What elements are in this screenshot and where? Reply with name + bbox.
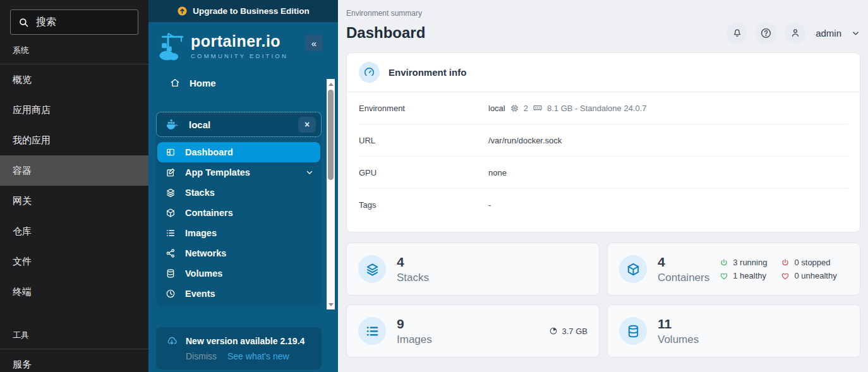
- stacks-card[interactable]: 4 Stacks: [346, 243, 600, 296]
- dismiss-link[interactable]: Dismiss: [186, 351, 217, 361]
- dashboard-icon: [166, 147, 176, 157]
- sidebar-item-repository[interactable]: 仓库: [0, 216, 148, 246]
- gpu-value: none: [488, 168, 507, 177]
- containers-card[interactable]: 4 Containers 3 running: [607, 243, 860, 296]
- menu-item-containers[interactable]: Containers: [157, 203, 320, 223]
- memory-icon: [533, 103, 543, 113]
- menu-item-label: Events: [185, 289, 215, 299]
- home-icon: [170, 78, 180, 88]
- menu-item-label: Images: [185, 228, 217, 238]
- chevron-down-icon[interactable]: [305, 168, 314, 177]
- menu-item-events[interactable]: Events: [157, 284, 320, 304]
- environment-info-panel: Environment info Environment local 2: [346, 52, 860, 232]
- user-name[interactable]: admin: [816, 28, 841, 39]
- menu-item-label: App Templates: [185, 167, 250, 177]
- menu-item-volumes[interactable]: Volumes: [157, 263, 320, 284]
- containers-label: Containers: [658, 271, 709, 285]
- network-icon: [166, 248, 176, 258]
- menu-item-stacks[interactable]: Stacks: [157, 183, 320, 203]
- logo-subtitle: COMMUNITY EDITION: [191, 52, 288, 59]
- cube-icon: [166, 208, 176, 218]
- sidebar-item-app-store[interactable]: 应用商店: [0, 95, 148, 125]
- sidebar-item-terminal[interactable]: 终端: [0, 277, 148, 307]
- search-icon: [18, 17, 29, 28]
- environment-selector[interactable]: local ×: [156, 112, 322, 137]
- page-title: Dashboard: [346, 24, 425, 42]
- heart-icon: [781, 272, 790, 280]
- volumes-label: Volumes: [658, 333, 699, 347]
- scroll-up-arrow[interactable]: [327, 80, 335, 88]
- search-input[interactable]: 搜索: [10, 9, 138, 35]
- close-icon[interactable]: ×: [298, 117, 316, 133]
- containers-count: 4: [658, 253, 709, 270]
- images-size-value: 3.7 GB: [562, 327, 588, 336]
- images-card[interactable]: 9 Images 3.7 GB: [346, 304, 600, 357]
- info-row-tags: Tags -: [347, 189, 860, 220]
- menu-item-networks[interactable]: Networks: [157, 243, 320, 263]
- list-icon: [358, 317, 386, 345]
- database-icon: [166, 268, 176, 279]
- environment-name: local: [189, 119, 210, 130]
- bell-icon: [732, 27, 743, 39]
- healthy-stat: 1 healthy: [720, 271, 767, 280]
- sidebar-item-containers[interactable]: 容器: [0, 155, 148, 186]
- spacer: [0, 307, 148, 321]
- menu-item-app-templates[interactable]: App Templates: [157, 162, 320, 183]
- sidebar-item-my-apps[interactable]: 我的应用: [0, 125, 148, 155]
- stats-grid: 4 Stacks 4 Containers: [346, 243, 860, 357]
- main-content: Environment summary Dashboard: [338, 0, 868, 372]
- menu-item-images[interactable]: Images: [157, 223, 320, 243]
- user-menu-button[interactable]: [785, 23, 805, 44]
- user-icon: [790, 27, 801, 39]
- running-label: 3 running: [733, 258, 767, 267]
- stacks-icon: [358, 255, 386, 283]
- info-label: Tags: [359, 200, 488, 210]
- clock-icon: [166, 289, 176, 299]
- info-row-environment: Environment local 2 8.1 GB - Standalone …: [347, 92, 860, 124]
- chevron-down-icon[interactable]: [851, 28, 860, 38]
- host-sidebar: 搜索 系统 概览 应用商店 我的应用 容器 网关 仓库 文件 终端 工具 服务: [0, 0, 148, 372]
- images-label: Images: [397, 333, 432, 347]
- sidebar-item-gateway[interactable]: 网关: [0, 186, 148, 216]
- cube-icon: [619, 255, 647, 283]
- logo-title: portainer.io: [191, 32, 288, 51]
- menu-item-dashboard[interactable]: Dashboard: [157, 142, 320, 162]
- scroll-down-arrow[interactable]: [327, 300, 335, 309]
- stopped-label: 0 stopped: [794, 258, 830, 267]
- sidebar-item-services[interactable]: 服务: [0, 349, 148, 372]
- menu-item-label: Networks: [185, 248, 226, 258]
- upgrade-arrow-icon: [177, 6, 188, 16]
- info-label: Environment: [359, 104, 488, 113]
- sidebar-item-files[interactable]: 文件: [0, 246, 148, 277]
- gauge-icon: [359, 62, 380, 83]
- sidebar-collapse-button[interactable]: «: [305, 35, 323, 51]
- search-placeholder: 搜索: [36, 16, 56, 29]
- section-label-tools: 工具: [0, 321, 148, 349]
- pie-chart-icon: [549, 327, 558, 335]
- upgrade-banner[interactable]: Upgrade to Business Edition: [148, 0, 338, 22]
- tags-value: -: [488, 200, 491, 210]
- help-button[interactable]: [756, 23, 776, 44]
- sidebar-scrollbar[interactable]: [327, 79, 335, 309]
- stopped-stat: 0 stopped: [781, 258, 836, 267]
- healthy-label: 1 healthy: [733, 271, 766, 280]
- sidebar-item-home[interactable]: Home: [148, 71, 338, 94]
- heart-icon: [720, 272, 728, 280]
- images-count: 9: [397, 315, 432, 332]
- volumes-count: 11: [658, 315, 699, 332]
- power-icon: [720, 258, 728, 267]
- environment-menu: Dashboard App Templates: [156, 142, 322, 306]
- home-label: Home: [190, 78, 216, 88]
- running-stat: 3 running: [720, 258, 767, 267]
- see-whats-new-link[interactable]: See what's new: [227, 351, 289, 361]
- cloud-download-icon: [166, 335, 178, 347]
- menu-item-label: Containers: [185, 208, 233, 218]
- version-notice: New version available 2.19.4 Dismiss See…: [156, 327, 322, 369]
- volumes-card[interactable]: 11 Volumes: [607, 304, 860, 357]
- environment-panel: local × Dashboard App Templ: [156, 112, 322, 306]
- portainer-logo-icon: [159, 32, 186, 61]
- memory-and-version: 8.1 GB - Standalone 24.0.7: [547, 104, 647, 113]
- sidebar-item-overview[interactable]: 概览: [0, 64, 148, 95]
- notifications-button[interactable]: [726, 23, 747, 44]
- scrollbar-thumb[interactable]: [328, 90, 334, 180]
